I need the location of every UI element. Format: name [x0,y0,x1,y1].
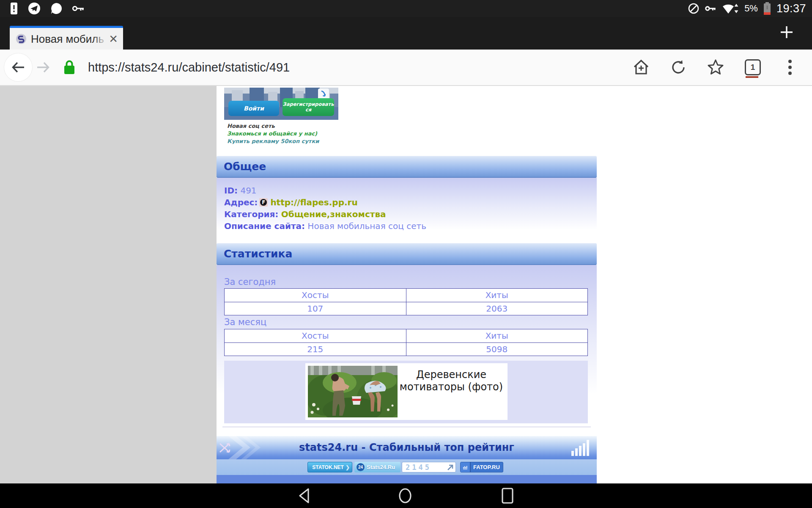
counter-badges-strip: STATOK.NET ❯ 24 Stats24.Ru 2145 FATOP.RU [217,459,597,475]
banner-caption-line: Новая соц сеть [227,122,337,130]
today-label: За сегодня [224,277,276,287]
wifi-icon [722,3,739,14]
tab-count: 1 [745,59,761,75]
notification-icons [0,2,85,15]
tab-favicon-icon [16,33,27,44]
chat-icon [50,2,63,15]
back-button[interactable] [4,53,32,81]
hosts-value: 215 [225,343,406,356]
site-category-row: Категория: Общение,знакомства [224,208,597,220]
hits-value: 5098 [406,343,588,356]
plus-icon [777,23,796,41]
general-section: ID: 491 Адрес:Fhttp://flapes.pp.ru Катег… [217,178,597,243]
nav-home-button[interactable] [397,487,414,504]
promo-photo [308,366,398,417]
banner-caption-line[interactable]: Купить рекламу 50коп сутки [227,138,337,144]
banner-caption: Новая соц сеть Знакомься и общайся у нас… [227,122,337,144]
promo-area: Деревенские мотиваторы (фото) [224,361,588,423]
stats24-badge[interactable]: 24 Stats24.Ru [354,462,401,472]
reload-button[interactable] [669,58,688,77]
reload-icon [670,59,687,76]
page-side-margin [0,86,217,483]
mini-chart-icon [310,464,310,470]
battery-percent: 5% [744,3,758,14]
browser-tab[interactable]: Новая мобиль ✕ [10,26,123,50]
column-header: Хосты [225,289,406,302]
site-description-row: Описание сайта: Новая мобильная соц сеть [224,220,597,232]
menu-dots-icon [788,59,792,76]
month-label: За месяц [224,317,266,327]
site-address-row: Адрес:Fhttp://flapes.pp.ru [224,196,597,208]
status-bar: 5% 19:37 [0,0,812,17]
url-field[interactable]: https://stats24.ru/cabinet/statistic/491 [88,61,623,75]
banner-caption-line[interactable]: Знакомься и общайся у нас) [227,130,337,138]
sim-alert-icon [9,2,19,15]
status-key-icon [705,5,717,12]
section-header-general: Общее [217,156,597,178]
hit-counter[interactable]: 2145 [402,462,456,472]
new-tab-button[interactable] [777,23,796,41]
menu-button[interactable] [781,58,799,77]
mini-bars-icon [461,462,471,472]
banner-login-button[interactable]: Войти [228,101,279,116]
tab-close-icon[interactable]: ✕ [107,32,120,46]
key-icon [72,4,85,13]
url-toolbar: https://stats24.ru/cabinet/statistic/491… [0,50,812,86]
promo-teaser[interactable]: Деревенские мотиваторы (фото) [305,363,508,420]
statok-badge[interactable]: STATOK.NET ❯ [307,462,352,472]
footer-slogan: stats24.ru - Стабильный топ рейтинг [217,436,597,459]
arrow-up-right-icon [447,464,454,471]
android-screen: 5% 19:37 Новая мобиль ✕ https://stats24.… [0,0,812,508]
column-header: Хосты [225,329,406,342]
top-ad-banner[interactable]: Войти Зарегистрировать ся Новая соц сеть… [224,88,338,144]
fatop-badge[interactable]: FATOP.RU [460,462,503,472]
telegram-icon [28,2,41,15]
forward-button[interactable] [34,58,52,77]
bookmark-button[interactable] [706,58,725,77]
tab-switcher-button[interactable]: 1 [743,58,762,77]
site-category-value: Общение,знакомства [281,209,386,219]
battery-icon [763,2,771,15]
secure-lock-icon[interactable] [60,58,79,77]
section-header-statistics: Статистика [217,243,597,265]
chevron-right-icon: ❯ [346,464,350,470]
nav-recents-button[interactable] [499,487,516,504]
home-icon [632,58,650,76]
page-bottom-strip [217,475,597,483]
column-header: Хиты [406,329,588,342]
today-stats-table: ХостыХиты 1072063 [224,288,588,315]
forward-icon [35,59,51,75]
tab-title: Новая мобиль [31,33,104,45]
web-viewport: Войти Зарегистрировать ся Новая соц сеть… [0,86,812,483]
stats24-logo-icon: 24 [357,463,365,471]
month-stats-table: ХостыХиты 2155098 [224,329,588,356]
nav-back-button[interactable] [296,487,313,504]
star-icon [707,58,724,76]
divider [222,427,591,427]
android-nav-bar [0,483,812,508]
tab-strip: Новая мобиль ✕ [0,17,812,50]
page-content: Войти Зарегистрировать ся Новая соц сеть… [217,86,597,483]
site-favicon-icon: F [259,198,268,207]
hits-value: 2063 [406,302,588,315]
no-signal-icon [688,3,700,14]
column-header: Хиты [406,289,588,302]
home-button[interactable] [632,58,650,77]
site-address-link[interactable]: http://flapes.pp.ru [270,197,357,207]
footer-bar: stats24.ru - Стабильный топ рейтинг [217,436,597,459]
back-icon [10,59,26,75]
site-id-row: ID: 491 [224,185,597,196]
clock: 19:37 [776,2,806,15]
promo-caption[interactable]: Деревенские мотиваторы (фото) [398,369,505,393]
hosts-value: 107 [225,302,406,315]
banner-register-button[interactable]: Зарегистрировать ся [283,98,334,116]
bar-chart-icon [571,440,591,456]
